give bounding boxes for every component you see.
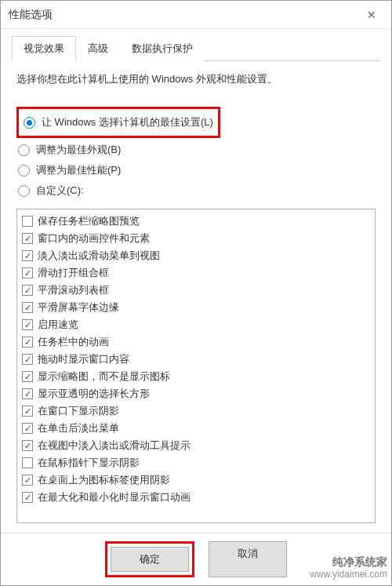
titlebar: 性能选项 ✕ [1, 1, 391, 29]
button-row: 确定 取消 [1, 533, 391, 585]
option-label: 在窗口下显示阴影 [38, 404, 119, 418]
option-row-12[interactable]: 在单击后淡出菜单 [20, 420, 372, 437]
checkbox-icon [22, 354, 33, 365]
ok-button-highlight: 确定 [105, 541, 194, 577]
option-label: 窗口内的动画控件和元素 [38, 231, 150, 246]
option-row-6[interactable]: 启用速览 [20, 316, 372, 333]
option-row-16[interactable]: 在最大化和最小化时显示窗口动画 [20, 489, 372, 506]
close-button[interactable]: ✕ [354, 2, 390, 27]
option-label: 显示亚透明的选择长方形 [38, 387, 150, 401]
option-label: 在视图中淡入淡出或滑动工具提示 [38, 439, 191, 453]
checkbox-icon [22, 319, 33, 330]
tab-row: 视觉效果高级数据执行保护 [12, 35, 380, 61]
option-row-0[interactable]: 保存任务栏缩略图预览 [20, 213, 372, 230]
option-label: 在最大化和最小化时显示窗口动画 [38, 490, 191, 504]
radio-label: 让 Windows 选择计算机的最佳设置(L) [42, 115, 213, 129]
checkbox-icon [22, 423, 33, 434]
radio-icon [18, 144, 30, 156]
tab-content-visual-effects: 选择你想在此计算机上使用的 Windows 外观和性能设置。 让 Windows… [12, 61, 380, 523]
option-row-8[interactable]: 拖动时显示窗口内容 [20, 351, 372, 368]
option-label: 滑动打开组合框 [38, 266, 109, 280]
option-row-3[interactable]: 滑动打开组合框 [20, 264, 372, 282]
option-label: 平滑屏幕字体边缘 [38, 300, 119, 315]
checkbox-icon [22, 388, 33, 399]
options-list[interactable]: 保存任务栏缩略图预览窗口内的动画控件和元素淡入淡出或滑动菜单到视图滑动打开组合框… [16, 209, 376, 523]
window-title: 性能选项 [9, 8, 354, 22]
close-icon: ✕ [367, 9, 376, 21]
dialog-body: 视觉效果高级数据执行保护 选择你想在此计算机上使用的 Windows 外观和性能… [1, 29, 391, 533]
performance-options-window: 性能选项 ✕ 视觉效果高级数据执行保护 选择你想在此计算机上使用的 Window… [0, 0, 392, 586]
cancel-button[interactable]: 取消 [209, 541, 287, 577]
radio-option-1[interactable]: 调整为最佳外观(B) [16, 140, 376, 160]
checkbox-icon [22, 250, 33, 261]
checkbox-icon [22, 302, 33, 313]
checkbox-icon [22, 285, 33, 296]
ok-button[interactable]: 确定 [111, 547, 189, 572]
checkbox-icon [22, 457, 33, 468]
option-label: 在单击后淡出菜单 [38, 421, 119, 435]
option-row-2[interactable]: 淡入淡出或滑动菜单到视图 [20, 247, 372, 264]
checkbox-icon [22, 492, 33, 503]
radio-highlight: 让 Windows 选择计算机的最佳设置(L) [16, 107, 220, 138]
option-label: 在桌面上为图标标签使用阴影 [38, 473, 170, 487]
checkbox-icon [22, 475, 33, 486]
radio-icon [24, 117, 35, 129]
checkbox-icon [22, 216, 33, 227]
option-row-10[interactable]: 显示亚透明的选择长方形 [20, 385, 372, 402]
option-row-13[interactable]: 在视图中淡入淡出或滑动工具提示 [20, 437, 372, 454]
checkbox-icon [22, 233, 33, 244]
option-row-9[interactable]: 显示缩略图，而不是显示图标 [20, 368, 372, 385]
option-row-15[interactable]: 在桌面上为图标标签使用阴影 [20, 471, 372, 489]
option-row-4[interactable]: 平滑滚动列表框 [20, 282, 372, 299]
radio-icon [18, 185, 30, 197]
option-label: 启用速览 [38, 318, 78, 332]
radio-label: 自定义(C): [36, 184, 84, 198]
checkbox-icon [22, 406, 33, 417]
option-label: 显示缩略图，而不是显示图标 [38, 369, 170, 384]
radio-option-3[interactable]: 自定义(C): [16, 180, 376, 201]
tab-0[interactable]: 视觉效果 [12, 36, 76, 61]
tab-1[interactable]: 高级 [76, 36, 120, 61]
checkbox-icon [22, 268, 33, 278]
radio-label: 调整为最佳性能(P) [36, 163, 121, 177]
radio-label: 调整为最佳外观(B) [36, 143, 121, 157]
option-row-7[interactable]: 任务栏中的动画 [20, 333, 372, 351]
option-label: 在鼠标指针下显示阴影 [38, 456, 140, 470]
radio-option-2[interactable]: 调整为最佳性能(P) [16, 160, 376, 180]
option-label: 任务栏中的动画 [38, 335, 109, 349]
option-row-14[interactable]: 在鼠标指针下显示阴影 [20, 454, 372, 471]
checkbox-icon [22, 371, 33, 382]
checkbox-icon [22, 337, 33, 348]
option-label: 淡入淡出或滑动菜单到视图 [38, 249, 160, 263]
option-row-1[interactable]: 窗口内的动画控件和元素 [20, 230, 372, 247]
option-label: 拖动时显示窗口内容 [38, 352, 129, 366]
checkbox-icon [22, 440, 33, 451]
description-text: 选择你想在此计算机上使用的 Windows 外观和性能设置。 [16, 72, 376, 86]
option-label: 保存任务栏缩略图预览 [38, 214, 140, 228]
radio-icon [18, 165, 30, 177]
tab-2[interactable]: 数据执行保护 [120, 36, 205, 61]
option-row-11[interactable]: 在窗口下显示阴影 [20, 402, 372, 420]
option-label: 平滑滚动列表框 [38, 283, 109, 297]
radio-group: 让 Windows 选择计算机的最佳设置(L)调整为最佳外观(B)调整为最佳性能… [16, 107, 376, 201]
option-row-5[interactable]: 平滑屏幕字体边缘 [20, 299, 372, 316]
radio-option-0[interactable]: 让 Windows 选择计算机的最佳设置(L) [22, 114, 215, 131]
